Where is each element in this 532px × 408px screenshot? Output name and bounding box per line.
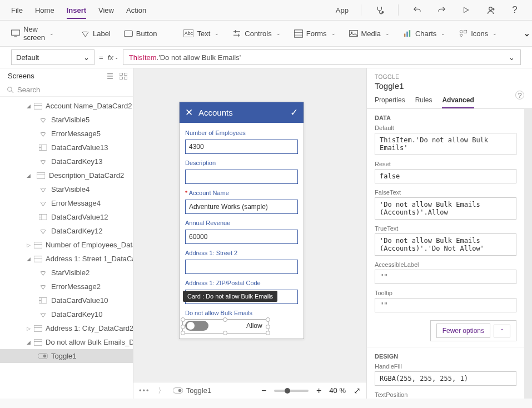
tree-item-selected[interactable]: Toggle1 bbox=[0, 349, 133, 363]
tree-item[interactable]: DataCardValue10 bbox=[0, 293, 133, 307]
canvas-bottombar: ••• 〉 Toggle1 − + 40 % ⤢ bbox=[133, 382, 366, 399]
tooltip-input[interactable]: "" bbox=[375, 298, 516, 312]
tree-item[interactable]: ErrorMessage5 bbox=[0, 127, 133, 141]
check-icon[interactable]: ✓ bbox=[290, 107, 298, 118]
svg-rect-29 bbox=[34, 242, 42, 248]
tree-item[interactable]: ErrorMessage2 bbox=[0, 280, 133, 293]
default-input[interactable]: ThisItem.'Do not allow Bulk Emails' bbox=[375, 133, 516, 155]
falsetext-input[interactable]: 'Do not allow Bulk Emails (Accounts)'.Al… bbox=[375, 197, 516, 220]
tree-datacard[interactable]: ◢Do not allow Bulk Emails_DataCard bbox=[0, 335, 133, 349]
media-menu[interactable]: Media⌄ bbox=[349, 29, 390, 38]
svg-line-18 bbox=[11, 91, 13, 93]
svg-rect-0 bbox=[12, 30, 20, 35]
street2-input[interactable] bbox=[185, 260, 298, 274]
numemp-input[interactable]: 4300 bbox=[185, 140, 298, 154]
tree-datacard[interactable]: ◢Description_DataCard2 bbox=[0, 168, 133, 182]
tree-item[interactable]: DataCardKey12 bbox=[0, 224, 133, 238]
search-input[interactable]: Search bbox=[0, 83, 133, 97]
formula-input[interactable]: ThisItem.'Do not allow Bulk Emails' ⌄ bbox=[123, 49, 521, 65]
section-data: DATA bbox=[367, 109, 524, 123]
svg-rect-2 bbox=[124, 31, 132, 37]
text-menu[interactable]: Abc Text⌄ bbox=[183, 29, 219, 38]
svg-rect-31 bbox=[34, 256, 42, 262]
chevron-down-icon[interactable]: ⌄ bbox=[524, 29, 530, 38]
zoom-slider[interactable] bbox=[274, 390, 309, 392]
section-design: DESIGN bbox=[367, 347, 524, 362]
tree-item[interactable]: DataCardValue13 bbox=[0, 141, 133, 155]
svg-rect-24 bbox=[37, 172, 45, 178]
button-button[interactable]: Button bbox=[124, 29, 157, 38]
thumbnail-view-icon[interactable] bbox=[120, 73, 127, 79]
fewer-options-button[interactable]: Fewer options ⌃ bbox=[430, 320, 516, 341]
charts-menu[interactable]: Charts⌄ bbox=[403, 29, 445, 38]
menu-insert[interactable]: Insert bbox=[67, 6, 86, 19]
tree-datacard[interactable]: ▷Address 1: City_DataCard2 bbox=[0, 321, 133, 335]
handlefill-input[interactable]: RGBA(255, 255, 255, 1) bbox=[375, 371, 516, 386]
undo-icon[interactable] bbox=[411, 6, 423, 15]
tab-advanced[interactable]: Advanced bbox=[442, 96, 474, 108]
tree-item[interactable]: ErrorMessage4 bbox=[0, 196, 133, 210]
tree-datacard[interactable]: ▷Number of Employees_DataCard2 bbox=[0, 238, 133, 252]
menu-action[interactable]: Action bbox=[126, 6, 146, 14]
zoom-out-icon[interactable]: − bbox=[261, 386, 266, 396]
tab-rules[interactable]: Rules bbox=[415, 96, 432, 108]
breadcrumb[interactable]: Toggle1 bbox=[173, 386, 212, 395]
tree-item[interactable]: StarVisible2 bbox=[0, 266, 133, 280]
new-screen-button[interactable]: New screen⌄ bbox=[11, 25, 54, 42]
tree-datacard[interactable]: ◢Account Name_DataCard2 bbox=[0, 99, 133, 113]
tree-item[interactable]: StarVisible4 bbox=[0, 182, 133, 196]
svg-point-17 bbox=[8, 87, 12, 92]
fx-icon[interactable]: fx⌄ bbox=[108, 53, 118, 62]
more-icon[interactable]: ••• bbox=[139, 386, 150, 395]
formula-bar: Default⌄ = fx⌄ ThisItem.'Do not allow Bu… bbox=[0, 47, 532, 68]
play-icon[interactable] bbox=[460, 6, 472, 14]
icons-menu[interactable]: Icons⌄ bbox=[459, 29, 497, 38]
menu-view[interactable]: View bbox=[98, 6, 114, 14]
controls-menu[interactable]: Controls⌄ bbox=[232, 29, 280, 38]
svg-point-11 bbox=[460, 30, 463, 33]
tree-datacard[interactable]: ◢Address 1: Street 1_DataCard2 bbox=[0, 252, 133, 266]
svg-rect-6 bbox=[349, 31, 357, 37]
acct-input[interactable]: Adventure Works (sample) bbox=[185, 200, 298, 214]
toggle-control[interactable] bbox=[185, 321, 208, 331]
field-label: * Account Name bbox=[185, 190, 298, 196]
screens-panel: Screens Search ◢Account Name_DataCard2 S… bbox=[0, 68, 133, 399]
menu-app[interactable]: App bbox=[336, 6, 349, 14]
help-icon[interactable]: ? bbox=[515, 91, 524, 99]
menu-file[interactable]: File bbox=[11, 6, 23, 14]
field-label: Number of Employees bbox=[185, 130, 298, 136]
tree-item[interactable]: DataCardKey13 bbox=[0, 155, 133, 168]
accessiblelabel-input[interactable]: "" bbox=[375, 270, 516, 284]
menu-home[interactable]: Home bbox=[35, 6, 54, 14]
desc-input[interactable] bbox=[185, 170, 298, 184]
svg-point-41 bbox=[43, 355, 47, 358]
svg-rect-19 bbox=[34, 103, 42, 109]
field-label: Description bbox=[185, 160, 298, 166]
tree-item[interactable]: DataCardKey10 bbox=[0, 307, 133, 321]
tree-item[interactable]: StarVisible5 bbox=[0, 113, 133, 127]
redo-icon[interactable] bbox=[435, 6, 448, 15]
zoom-in-icon[interactable]: + bbox=[316, 386, 321, 396]
diagnostics-icon[interactable] bbox=[374, 6, 386, 15]
tab-properties[interactable]: Properties bbox=[375, 96, 405, 108]
form-title: Accounts bbox=[198, 108, 285, 117]
truetext-input[interactable]: 'Do not allow Bulk Emails (Accounts)'.'D… bbox=[375, 233, 516, 256]
help-icon[interactable]: ? bbox=[509, 4, 521, 16]
insert-ribbon: New screen⌄ Label Button Abc Text⌄ Contr… bbox=[0, 21, 532, 47]
label-button[interactable]: Label bbox=[81, 29, 111, 38]
close-icon[interactable]: ✕ bbox=[185, 107, 193, 118]
share-icon[interactable] bbox=[484, 6, 496, 15]
control-type: TOGGLE bbox=[375, 74, 524, 80]
canvas[interactable]: ✕ Accounts ✓ Number of Employees 4300 De… bbox=[133, 68, 366, 399]
tree-item[interactable]: DataCardValue12 bbox=[0, 210, 133, 224]
forms-menu[interactable]: Forms⌄ bbox=[294, 29, 336, 38]
expand-icon[interactable]: ⤢ bbox=[354, 386, 361, 396]
list-view-icon[interactable] bbox=[106, 73, 114, 79]
svg-rect-40 bbox=[38, 354, 48, 359]
svg-point-7 bbox=[351, 32, 352, 33]
reset-input[interactable]: false bbox=[375, 169, 516, 183]
property-select[interactable]: Default⌄ bbox=[11, 49, 95, 65]
rev-input[interactable]: 60000 bbox=[185, 230, 298, 244]
field-label: Annual Revenue bbox=[185, 220, 298, 226]
svg-rect-36 bbox=[34, 325, 42, 331]
